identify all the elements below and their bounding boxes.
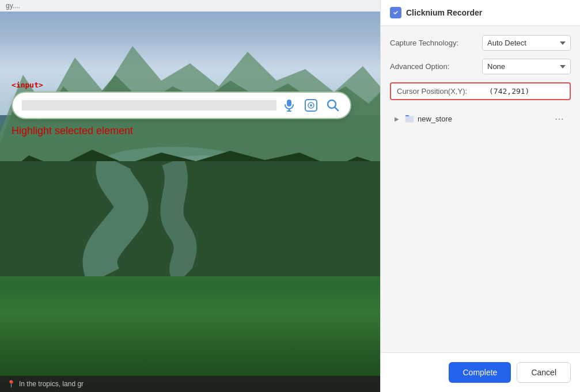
tree-item-label: new_store (418, 115, 549, 123)
tree-item[interactable]: ▶ new_store ⋯ (390, 108, 571, 129)
cursor-position-row: Cursor Position(X,Y): (742,291) (390, 82, 571, 100)
tree-arrow-icon: ▶ (395, 116, 401, 122)
mic-button[interactable] (281, 97, 297, 113)
location-icon: 📍 (7, 380, 16, 388)
advanced-option-label: Advanced Option: (390, 62, 476, 71)
header-text: gy.... (6, 2, 20, 10)
search-overlay: <input> (12, 81, 377, 137)
search-input[interactable] (22, 100, 276, 111)
capture-technology-row: Capture Technology: Auto Detect UIA Web … (390, 35, 571, 51)
folder-icon (405, 114, 414, 123)
cursor-position-value: (742,291) (489, 87, 529, 96)
advanced-option-select[interactable]: None Option 1 Option 2 (482, 59, 571, 74)
cancel-button[interactable]: Cancel (517, 362, 571, 383)
input-tag-label: <input> (12, 81, 377, 89)
complete-button[interactable]: Complete (449, 362, 511, 383)
panel-footer: Complete Cancel (381, 352, 580, 392)
search-button[interactable] (325, 97, 341, 113)
cursor-position-label: Cursor Position(X,Y): (397, 87, 483, 96)
advanced-option-row: Advanced Option: None Option 1 Option 2 (390, 59, 571, 74)
right-panel: Clicknium Recorder Capture Technology: A… (380, 0, 580, 392)
tree-section: ▶ new_store ⋯ (390, 108, 571, 129)
panel-icon (390, 7, 401, 18)
panel-header: Clicknium Recorder (381, 0, 580, 26)
capture-technology-select[interactable]: Auto Detect UIA Web Java (482, 35, 571, 51)
highlight-text: Highlight selected element (12, 125, 377, 137)
tree-item-menu-button[interactable]: ⋯ (552, 112, 566, 125)
panel-body: Capture Technology: Auto Detect UIA Web … (381, 26, 580, 352)
bottom-bar: 📍 In the tropics, land gr (0, 376, 380, 392)
svg-rect-6 (287, 100, 291, 106)
search-bar-container (12, 92, 351, 119)
background-landscape (0, 0, 380, 392)
svg-point-11 (310, 104, 312, 106)
capture-technology-label: Capture Technology: (390, 39, 476, 47)
bottom-bar-text: In the tropics, land gr (19, 380, 84, 388)
lens-button[interactable] (303, 97, 319, 113)
river-svg (0, 161, 380, 276)
page-header: gy.... (0, 0, 380, 12)
panel-title: Clicknium Recorder (406, 8, 482, 17)
svg-line-13 (335, 107, 338, 111)
search-icons (281, 97, 341, 113)
